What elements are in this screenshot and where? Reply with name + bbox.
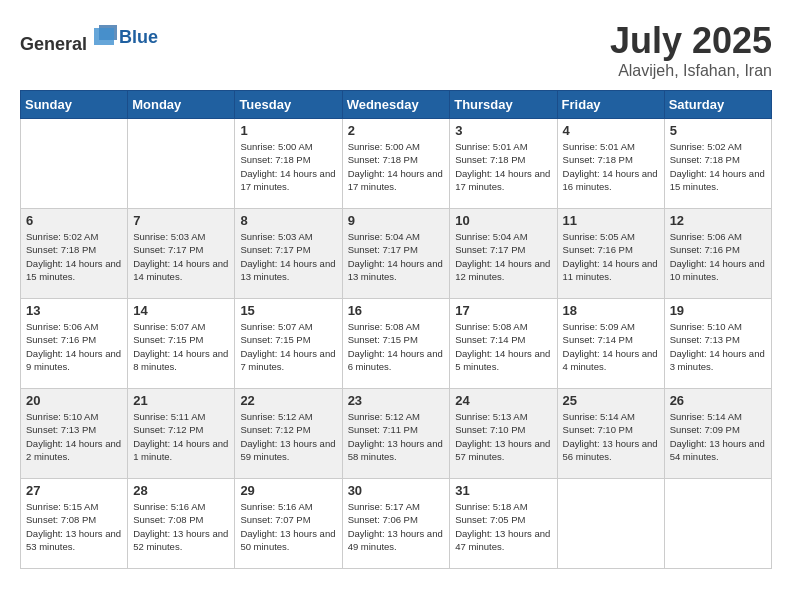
table-row: 1Sunrise: 5:00 AMSunset: 7:18 PMDaylight… — [235, 119, 342, 209]
day-info: Sunrise: 5:02 AMSunset: 7:18 PMDaylight:… — [670, 140, 766, 193]
calendar-week-row: 6Sunrise: 5:02 AMSunset: 7:18 PMDaylight… — [21, 209, 772, 299]
logo: General Blue — [20, 20, 158, 55]
day-number: 10 — [455, 213, 551, 228]
header-sunday: Sunday — [21, 91, 128, 119]
table-row: 30Sunrise: 5:17 AMSunset: 7:06 PMDayligh… — [342, 479, 450, 569]
svg-marker-1 — [94, 28, 114, 45]
table-row: 4Sunrise: 5:01 AMSunset: 7:18 PMDaylight… — [557, 119, 664, 209]
day-info: Sunrise: 5:09 AMSunset: 7:14 PMDaylight:… — [563, 320, 659, 373]
day-info: Sunrise: 5:07 AMSunset: 7:15 PMDaylight:… — [240, 320, 336, 373]
day-number: 13 — [26, 303, 122, 318]
day-number: 6 — [26, 213, 122, 228]
logo-icon — [89, 20, 119, 50]
day-info: Sunrise: 5:05 AMSunset: 7:16 PMDaylight:… — [563, 230, 659, 283]
table-row: 27Sunrise: 5:15 AMSunset: 7:08 PMDayligh… — [21, 479, 128, 569]
table-row: 21Sunrise: 5:11 AMSunset: 7:12 PMDayligh… — [128, 389, 235, 479]
day-number: 17 — [455, 303, 551, 318]
header-wednesday: Wednesday — [342, 91, 450, 119]
day-number: 29 — [240, 483, 336, 498]
day-number: 5 — [670, 123, 766, 138]
day-number: 16 — [348, 303, 445, 318]
table-row: 25Sunrise: 5:14 AMSunset: 7:10 PMDayligh… — [557, 389, 664, 479]
table-row: 3Sunrise: 5:01 AMSunset: 7:18 PMDaylight… — [450, 119, 557, 209]
day-number: 26 — [670, 393, 766, 408]
day-info: Sunrise: 5:04 AMSunset: 7:17 PMDaylight:… — [348, 230, 445, 283]
day-info: Sunrise: 5:12 AMSunset: 7:12 PMDaylight:… — [240, 410, 336, 463]
day-info: Sunrise: 5:01 AMSunset: 7:18 PMDaylight:… — [563, 140, 659, 193]
day-number: 7 — [133, 213, 229, 228]
day-number: 8 — [240, 213, 336, 228]
table-row: 6Sunrise: 5:02 AMSunset: 7:18 PMDaylight… — [21, 209, 128, 299]
header-saturday: Saturday — [664, 91, 771, 119]
page-header: General Blue July 2025 Alavijeh, Isfahan… — [20, 20, 772, 80]
day-info: Sunrise: 5:13 AMSunset: 7:10 PMDaylight:… — [455, 410, 551, 463]
table-row — [128, 119, 235, 209]
table-row: 12Sunrise: 5:06 AMSunset: 7:16 PMDayligh… — [664, 209, 771, 299]
day-number: 30 — [348, 483, 445, 498]
calendar-week-row: 27Sunrise: 5:15 AMSunset: 7:08 PMDayligh… — [21, 479, 772, 569]
day-number: 27 — [26, 483, 122, 498]
day-number: 4 — [563, 123, 659, 138]
table-row: 8Sunrise: 5:03 AMSunset: 7:17 PMDaylight… — [235, 209, 342, 299]
day-number: 12 — [670, 213, 766, 228]
header-thursday: Thursday — [450, 91, 557, 119]
day-info: Sunrise: 5:18 AMSunset: 7:05 PMDaylight:… — [455, 500, 551, 553]
day-number: 22 — [240, 393, 336, 408]
day-number: 28 — [133, 483, 229, 498]
day-info: Sunrise: 5:06 AMSunset: 7:16 PMDaylight:… — [670, 230, 766, 283]
calendar-week-row: 1Sunrise: 5:00 AMSunset: 7:18 PMDaylight… — [21, 119, 772, 209]
day-info: Sunrise: 5:01 AMSunset: 7:18 PMDaylight:… — [455, 140, 551, 193]
table-row: 14Sunrise: 5:07 AMSunset: 7:15 PMDayligh… — [128, 299, 235, 389]
calendar-table: Sunday Monday Tuesday Wednesday Thursday… — [20, 90, 772, 569]
calendar-week-row: 20Sunrise: 5:10 AMSunset: 7:13 PMDayligh… — [21, 389, 772, 479]
day-info: Sunrise: 5:00 AMSunset: 7:18 PMDaylight:… — [348, 140, 445, 193]
table-row: 16Sunrise: 5:08 AMSunset: 7:15 PMDayligh… — [342, 299, 450, 389]
day-number: 19 — [670, 303, 766, 318]
table-row: 23Sunrise: 5:12 AMSunset: 7:11 PMDayligh… — [342, 389, 450, 479]
header-monday: Monday — [128, 91, 235, 119]
day-number: 3 — [455, 123, 551, 138]
day-number: 11 — [563, 213, 659, 228]
day-info: Sunrise: 5:08 AMSunset: 7:14 PMDaylight:… — [455, 320, 551, 373]
table-row: 17Sunrise: 5:08 AMSunset: 7:14 PMDayligh… — [450, 299, 557, 389]
month-year-title: July 2025 — [610, 20, 772, 62]
calendar-week-row: 13Sunrise: 5:06 AMSunset: 7:16 PMDayligh… — [21, 299, 772, 389]
title-section: July 2025 Alavijeh, Isfahan, Iran — [610, 20, 772, 80]
table-row: 10Sunrise: 5:04 AMSunset: 7:17 PMDayligh… — [450, 209, 557, 299]
day-info: Sunrise: 5:16 AMSunset: 7:08 PMDaylight:… — [133, 500, 229, 553]
day-info: Sunrise: 5:10 AMSunset: 7:13 PMDaylight:… — [26, 410, 122, 463]
table-row: 13Sunrise: 5:06 AMSunset: 7:16 PMDayligh… — [21, 299, 128, 389]
day-number: 25 — [563, 393, 659, 408]
table-row: 31Sunrise: 5:18 AMSunset: 7:05 PMDayligh… — [450, 479, 557, 569]
day-number: 15 — [240, 303, 336, 318]
day-info: Sunrise: 5:15 AMSunset: 7:08 PMDaylight:… — [26, 500, 122, 553]
table-row: 11Sunrise: 5:05 AMSunset: 7:16 PMDayligh… — [557, 209, 664, 299]
table-row: 2Sunrise: 5:00 AMSunset: 7:18 PMDaylight… — [342, 119, 450, 209]
day-info: Sunrise: 5:08 AMSunset: 7:15 PMDaylight:… — [348, 320, 445, 373]
day-info: Sunrise: 5:14 AMSunset: 7:10 PMDaylight:… — [563, 410, 659, 463]
day-number: 24 — [455, 393, 551, 408]
day-info: Sunrise: 5:00 AMSunset: 7:18 PMDaylight:… — [240, 140, 336, 193]
day-info: Sunrise: 5:17 AMSunset: 7:06 PMDaylight:… — [348, 500, 445, 553]
table-row: 20Sunrise: 5:10 AMSunset: 7:13 PMDayligh… — [21, 389, 128, 479]
day-info: Sunrise: 5:02 AMSunset: 7:18 PMDaylight:… — [26, 230, 122, 283]
table-row: 22Sunrise: 5:12 AMSunset: 7:12 PMDayligh… — [235, 389, 342, 479]
day-number: 21 — [133, 393, 229, 408]
table-row — [557, 479, 664, 569]
day-info: Sunrise: 5:03 AMSunset: 7:17 PMDaylight:… — [240, 230, 336, 283]
day-number: 9 — [348, 213, 445, 228]
day-info: Sunrise: 5:14 AMSunset: 7:09 PMDaylight:… — [670, 410, 766, 463]
day-info: Sunrise: 5:06 AMSunset: 7:16 PMDaylight:… — [26, 320, 122, 373]
table-row: 9Sunrise: 5:04 AMSunset: 7:17 PMDaylight… — [342, 209, 450, 299]
location-subtitle: Alavijeh, Isfahan, Iran — [610, 62, 772, 80]
day-info: Sunrise: 5:03 AMSunset: 7:17 PMDaylight:… — [133, 230, 229, 283]
table-row: 18Sunrise: 5:09 AMSunset: 7:14 PMDayligh… — [557, 299, 664, 389]
logo-general: General — [20, 34, 87, 54]
table-row: 29Sunrise: 5:16 AMSunset: 7:07 PMDayligh… — [235, 479, 342, 569]
table-row: 5Sunrise: 5:02 AMSunset: 7:18 PMDaylight… — [664, 119, 771, 209]
day-info: Sunrise: 5:04 AMSunset: 7:17 PMDaylight:… — [455, 230, 551, 283]
table-row: 7Sunrise: 5:03 AMSunset: 7:17 PMDaylight… — [128, 209, 235, 299]
table-row — [664, 479, 771, 569]
table-row: 15Sunrise: 5:07 AMSunset: 7:15 PMDayligh… — [235, 299, 342, 389]
day-info: Sunrise: 5:12 AMSunset: 7:11 PMDaylight:… — [348, 410, 445, 463]
